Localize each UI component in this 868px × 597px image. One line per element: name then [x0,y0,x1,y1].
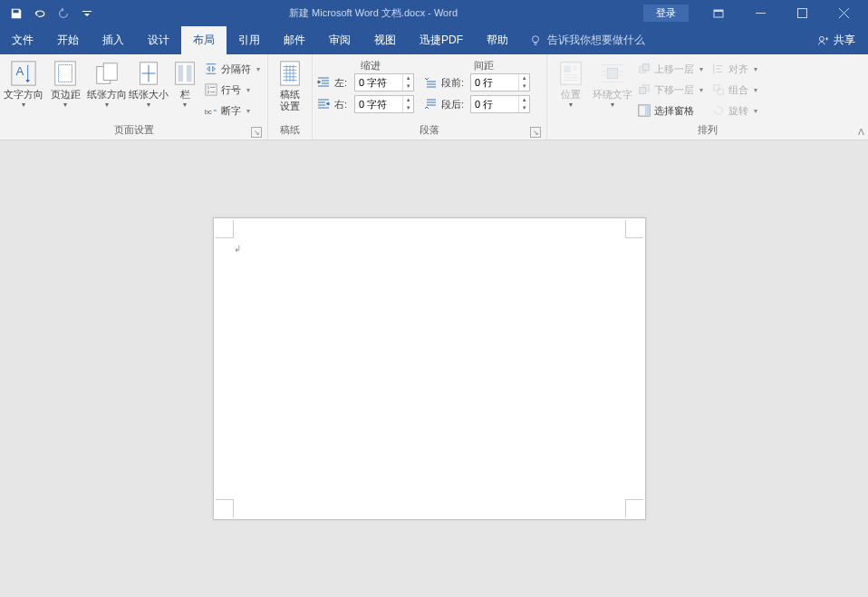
space-before-input[interactable]: ▴▾ [470,73,530,91]
breaks-icon [205,63,217,75]
text-direction-icon: A [10,60,37,87]
margin-corner-tr [625,220,643,238]
tab-mailings[interactable]: 邮件 [272,26,317,54]
spin-up[interactable]: ▴ [403,96,413,104]
chevron-down-icon: ▾ [611,101,614,109]
maximize-button[interactable] [781,0,823,26]
indent-right-input[interactable]: ▴▾ [354,95,414,113]
group-label-page-setup: 页面设置 ↘ [4,121,264,140]
ribbon-display-button[interactable] [698,0,739,26]
svg-text:1: 1 [207,85,210,90]
svg-rect-21 [561,63,582,84]
spin-up[interactable]: ▴ [519,74,529,82]
tab-insert[interactable]: 插入 [91,26,136,54]
svg-rect-27 [640,87,646,93]
svg-rect-23 [607,68,617,78]
tellme-search[interactable]: 告诉我你想要做什么 [520,26,654,54]
chevron-down-icon: ▾ [246,107,250,115]
svg-text:A: A [16,64,24,78]
page[interactable]: ↲ [213,217,646,520]
breaks-button[interactable]: 分隔符▾ [201,59,264,79]
page-setup-launcher[interactable]: ↘ [251,127,262,138]
position-button: 位置 ▾ [551,57,591,111]
tab-view[interactable]: 视图 [362,26,408,54]
svg-point-5 [819,36,824,41]
titlebar: 新建 Microsoft Word 文档.docx - Word 登录 [0,0,868,26]
tab-references[interactable]: 引用 [227,26,272,54]
tab-file[interactable]: 文件 [0,26,45,54]
send-backward-icon [638,83,651,96]
save-button[interactable] [5,3,27,24]
chevron-down-icon: ▾ [22,101,25,109]
wrap-text-icon [599,60,626,87]
svg-rect-22 [564,66,572,73]
tab-review[interactable]: 审阅 [317,26,362,54]
paragraph-launcher[interactable]: ↘ [530,127,541,138]
line-numbers-button[interactable]: 12 行号▾ [201,80,264,100]
group-label-arrange: 排列 [551,121,864,140]
margins-icon [52,60,79,87]
tab-design[interactable]: 设计 [136,26,181,54]
ribbon-tabbar: 文件 开始 插入 设计 布局 引用 邮件 审阅 视图 迅捷PDF 帮助 告诉我你… [0,26,868,54]
quick-access-toolbar [0,3,103,24]
indent-left-icon [316,76,331,89]
close-button[interactable] [823,0,864,26]
align-icon [712,63,725,75]
spin-up[interactable]: ▴ [403,74,413,82]
margins-button[interactable]: 页边距 ▾ [45,57,85,111]
paragraph-mark-icon: ↲ [234,244,241,254]
group-label-manuscript: 稿纸 [272,121,308,140]
spin-down[interactable]: ▾ [403,104,413,112]
indent-left-input[interactable]: ▴▾ [354,73,414,91]
spin-down[interactable]: ▾ [403,82,413,91]
svg-rect-3 [797,9,806,18]
orientation-button[interactable]: 纸张方向 ▾ [87,57,127,111]
tab-layout[interactable]: 布局 [181,26,227,54]
selection-pane-icon [638,104,651,117]
tab-pdf[interactable]: 迅捷PDF [408,26,475,54]
lightbulb-icon [529,34,542,47]
manuscript-icon [277,60,303,87]
minimize-button[interactable] [739,0,781,26]
group-icon [712,83,725,96]
svg-point-4 [533,35,539,42]
hyphenation-button[interactable]: bc 断字▾ [201,101,264,120]
space-after-input[interactable]: ▴▾ [470,95,530,113]
redo-button[interactable] [53,3,74,24]
svg-rect-2 [756,13,766,14]
spin-up[interactable]: ▴ [519,96,529,104]
group-arrange: 位置 ▾ 环绕文字 ▾ 上移一层▾ 下移一层▾ 选择窗格 [547,54,868,140]
qat-customize-button[interactable] [76,3,98,24]
text-direction-button[interactable]: A 文字方向 ▾ [4,57,43,111]
spin-down[interactable]: ▾ [519,104,529,112]
tellme-placeholder: 告诉我你想要做什么 [547,33,645,48]
undo-button[interactable] [29,3,51,24]
group-paragraph: 缩进 间距 左: ▴▾ 段前: ▴▾ 右: ▴▾ 段后: ▴ [313,54,547,140]
hyphenation-icon: bc [205,104,217,117]
group-page-setup: A 文字方向 ▾ 页边距 ▾ 纸张方向 ▾ 纸张大小 ▾ 栏 [0,54,268,140]
align-button: 对齐▾ [709,59,761,79]
titlebar-right: 登录 [643,0,864,26]
tab-help[interactable]: 帮助 [475,26,520,54]
manuscript-settings-button[interactable]: 稿纸 设置 [272,57,308,114]
share-label: 共享 [834,33,855,48]
ribbon: A 文字方向 ▾ 页边距 ▾ 纸张方向 ▾ 纸张大小 ▾ 栏 [0,54,868,140]
tab-home[interactable]: 开始 [45,26,91,54]
chevron-down-icon: ▾ [63,101,67,109]
space-before-icon [423,76,438,89]
selection-pane-button[interactable]: 选择窗格 [634,101,707,120]
bring-forward-button: 上移一层▾ [634,59,707,79]
chevron-down-icon: ▾ [754,107,757,115]
svg-rect-1 [714,10,723,12]
spin-down[interactable]: ▾ [519,82,529,91]
svg-rect-11 [103,63,117,81]
chevron-down-icon: ▾ [699,65,703,73]
position-icon [557,60,584,87]
login-button[interactable]: 登录 [643,5,689,22]
columns-button[interactable]: 栏 ▾ [170,57,199,111]
collapse-ribbon-button[interactable]: ᐱ [858,127,864,137]
chevron-down-icon: ▾ [569,101,573,109]
share-button[interactable]: 共享 [805,26,868,54]
document-area[interactable]: ↲ [0,140,868,597]
size-button[interactable]: 纸张大小 ▾ [129,57,169,111]
